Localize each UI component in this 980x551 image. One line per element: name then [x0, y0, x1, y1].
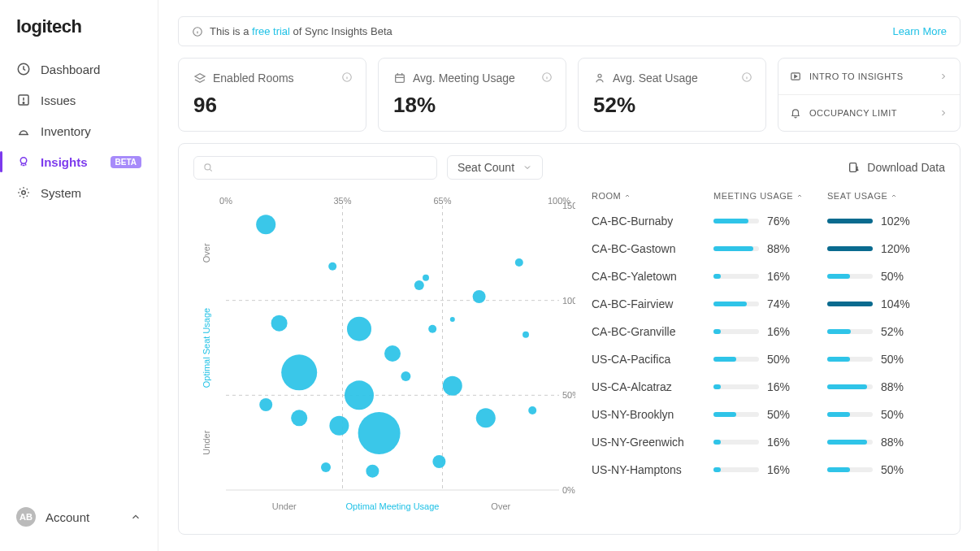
svg-point-4 — [22, 191, 26, 195]
cell-meeting-usage: 16% — [713, 463, 827, 476]
table-row[interactable]: CA-BC-Gastown88%120% — [592, 235, 945, 262]
intro-to-insights-link[interactable]: INTRO TO INSIGHTS — [778, 59, 960, 95]
info-icon[interactable] — [341, 72, 353, 83]
trial-banner: This is a free trial of Sync Insights Be… — [178, 16, 960, 46]
cell-meeting-usage: 16% — [713, 380, 827, 393]
svg-point-46 — [401, 371, 410, 381]
svg-point-35 — [414, 280, 424, 290]
svg-point-3 — [20, 158, 27, 164]
table-row[interactable]: US-NY-Hamptons16%50% — [592, 456, 945, 484]
cell-room: US-NY-Hamptons — [592, 463, 713, 476]
table-row[interactable]: US-NY-Brooklyn50%50% — [592, 401, 945, 428]
svg-text:Optimal Meeting Usage: Optimal Meeting Usage — [346, 501, 440, 511]
search-input[interactable] — [193, 156, 437, 180]
cell-meeting-usage: 16% — [713, 270, 827, 283]
cell-room: US-CA-Pacifica — [592, 353, 713, 366]
cell-seat-usage: 50% — [827, 408, 941, 421]
info-icon — [192, 26, 203, 37]
cell-seat-usage: 52% — [827, 325, 941, 338]
table-row[interactable]: US-CA-Pacifica50%50% — [592, 345, 945, 373]
trial-text: This is a free trial of Sync Insights Be… — [210, 25, 392, 37]
th-meeting-usage[interactable]: MEETING USAGE — [713, 191, 827, 201]
svg-point-52 — [358, 412, 401, 454]
dashboard-icon — [16, 62, 31, 76]
cell-room: CA-BC-Granville — [592, 325, 713, 338]
info-icon[interactable] — [541, 72, 553, 83]
stat-title: Avg. Seat Usage — [613, 72, 698, 85]
cell-meeting-usage: 16% — [713, 325, 827, 338]
stat-card-enabled-rooms: Enabled Rooms 96 — [178, 58, 366, 132]
svg-point-48 — [345, 380, 374, 410]
side-links-card: INTRO TO INSIGHTS OCCUPANCY LIMIT — [778, 58, 960, 132]
info-icon[interactable] — [741, 72, 752, 83]
svg-point-55 — [321, 462, 331, 472]
bubble-chart: 0%35%65%100%0%50%100%150%UnderOptimal Me… — [193, 188, 575, 526]
nav-item-insights[interactable]: Insights BETA — [0, 146, 158, 177]
learn-more-link[interactable]: Learn More — [893, 25, 947, 37]
svg-text:50%: 50% — [562, 390, 575, 400]
nav: Dashboard Issues Inventory Insights BET — [0, 54, 158, 499]
account-menu[interactable]: AB Account — [0, 499, 158, 535]
nav-item-inventory[interactable]: Inventory — [0, 115, 158, 146]
nav-item-issues[interactable]: Issues — [0, 85, 158, 115]
occupancy-limit-link[interactable]: OCCUPANCY LIMIT — [778, 95, 960, 131]
account-label: Account — [46, 510, 89, 524]
nav-label: System — [41, 186, 81, 200]
cell-room: US-NY-Brooklyn — [592, 408, 713, 421]
table-row[interactable]: US-NY-Greenwich16%88% — [592, 428, 945, 456]
search-field[interactable] — [219, 162, 428, 174]
svg-point-37 — [473, 290, 486, 303]
nav-label: Inventory — [41, 124, 91, 138]
download-data-button[interactable]: Download Data — [848, 161, 945, 174]
cell-seat-usage: 104% — [827, 297, 941, 310]
svg-point-12 — [205, 164, 210, 170]
cell-meeting-usage: 50% — [713, 408, 827, 421]
svg-text:150%: 150% — [562, 201, 575, 210]
svg-text:Optimal Seat Usage: Optimal Seat Usage — [202, 308, 211, 388]
free-trial-link[interactable]: free trial — [252, 25, 290, 37]
th-seat-usage[interactable]: SEAT USAGE — [827, 191, 941, 201]
cell-room: CA-BC-Fairview — [592, 297, 713, 310]
stat-value: 52% — [593, 93, 751, 118]
svg-point-33 — [256, 215, 275, 234]
nav-item-dashboard[interactable]: Dashboard — [0, 54, 158, 85]
table-row[interactable]: CA-BC-Burnaby76%102% — [592, 207, 945, 235]
bell-icon — [790, 107, 801, 119]
cell-seat-usage: 102% — [827, 215, 941, 228]
th-room[interactable]: ROOM — [592, 191, 713, 201]
cell-room: CA-BC-Burnaby — [592, 215, 713, 228]
svg-text:Under: Under — [202, 430, 211, 454]
side-link-label: OCCUPANCY LIMIT — [809, 108, 897, 118]
table-row[interactable]: CA-BC-Granville16%52% — [592, 318, 945, 345]
cell-room: CA-BC-Yaletown — [592, 270, 713, 283]
issues-icon — [16, 93, 31, 107]
svg-point-49 — [259, 398, 272, 411]
chevron-down-icon — [523, 163, 532, 172]
stat-title: Enabled Rooms — [213, 72, 294, 85]
table-row[interactable]: CA-BC-Fairview74%104% — [592, 290, 945, 318]
table-body: CA-BC-Burnaby76%102%CA-BC-Gastown88%120%… — [592, 207, 945, 526]
svg-point-54 — [528, 406, 536, 414]
svg-point-44 — [281, 354, 317, 390]
svg-point-50 — [291, 410, 307, 426]
cell-room: US-CA-Alcatraz — [592, 380, 713, 393]
nav-item-system[interactable]: System — [0, 177, 158, 208]
svg-point-36 — [423, 275, 429, 281]
cell-seat-usage: 88% — [827, 436, 941, 449]
main: This is a free trial of Sync Insights Be… — [158, 0, 980, 551]
cell-meeting-usage: 74% — [713, 297, 827, 310]
stat-value: 18% — [393, 93, 551, 118]
seat-count-select[interactable]: Seat Count — [447, 155, 543, 180]
svg-rect-13 — [850, 163, 856, 172]
table-row[interactable]: US-CA-Alcatraz16%88% — [592, 373, 945, 401]
svg-text:0%: 0% — [562, 485, 575, 495]
chevron-up-icon — [130, 511, 141, 523]
svg-point-9 — [598, 74, 601, 77]
svg-point-2 — [23, 102, 24, 104]
svg-point-38 — [515, 258, 523, 267]
svg-point-51 — [329, 416, 349, 436]
table-row[interactable]: CA-BC-Yaletown16%50% — [592, 262, 945, 290]
stat-row: Enabled Rooms 96 Avg. Meeting Usage 18% … — [178, 58, 960, 132]
svg-point-56 — [366, 465, 379, 478]
svg-text:0%: 0% — [219, 196, 232, 206]
